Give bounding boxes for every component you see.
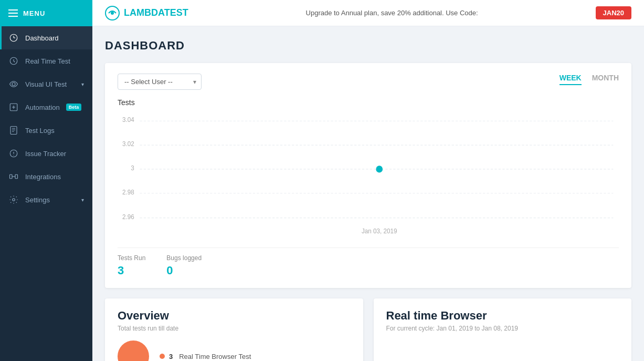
tests-run-label: Tests Run [118, 254, 145, 262]
overview-pie-chart [118, 341, 149, 361]
sidebar-item-settings[interactable]: Settings ▾ [0, 188, 92, 211]
sidebar-item-issuetracker[interactable]: Issue Tracker [0, 142, 92, 165]
issuetracker-icon [8, 148, 19, 159]
main-content: LAMBDATEST Upgrade to Annual plan, save … [92, 0, 644, 361]
chart-svg: 3.04 3.02 3 2.98 2.96 Jan 03, 2019 [118, 113, 619, 239]
svg-point-21 [376, 166, 383, 172]
sidebar-item-realtime[interactable]: Real Time Test [0, 49, 92, 73]
sidebar-item-integrations[interactable]: Integrations [0, 165, 92, 188]
overview-card: Overview Total tests run till date 3 Rea… [105, 298, 363, 361]
svg-text:2.96: 2.96 [122, 213, 134, 221]
legend-count-realtime: 3 [169, 353, 173, 360]
beta-badge: Beta [66, 104, 82, 111]
legend-item-realtime: 3 Real Time Browser Test [160, 353, 251, 360]
integrations-icon [8, 171, 19, 182]
chevron-down-icon-settings: ▾ [81, 197, 84, 203]
tests-run-stat: Tests Run 3 [118, 254, 145, 277]
sidebar-label-integrations: Integrations [25, 173, 61, 181]
stats-row: Tests Run 3 Bugs logged 0 [118, 247, 619, 277]
chart-card: -- Select User -- WEEK MONTH Tests 3.04 … [105, 63, 631, 288]
settings-icon [8, 194, 19, 205]
legend-dot-realtime [160, 354, 165, 359]
automation-icon [8, 102, 19, 112]
sidebar: MENU Dashboard Real Time Test Visual UI … [0, 0, 92, 361]
svg-point-2 [12, 82, 15, 86]
sidebar-label-realtime: Real Time Test [25, 57, 70, 65]
sidebar-label-issuetracker: Issue Tracker [25, 150, 66, 158]
svg-text:Jan 03, 2019: Jan 03, 2019 [362, 228, 397, 235]
svg-point-8 [13, 199, 15, 201]
sidebar-menu-toggle[interactable]: MENU [0, 0, 92, 26]
overview-chart: 3 Real Time Browser Test [118, 341, 351, 361]
svg-point-10 [111, 12, 114, 15]
bugs-logged-stat: Bugs logged 0 [166, 254, 202, 277]
tab-week[interactable]: WEEK [559, 74, 582, 85]
content-area: DASHBOARD -- Select User -- WEEK MONTH T… [92, 26, 644, 361]
sidebar-label-dashboard: Dashboard [25, 34, 59, 42]
legend-label-realtime: Real Time Browser Test [179, 353, 251, 360]
overview-legend: 3 Real Time Browser Test [160, 353, 251, 360]
sidebar-label-testlogs: Test Logs [25, 127, 55, 135]
logo-area: LAMBDATEST [105, 6, 188, 20]
svg-text:3.02: 3.02 [122, 140, 134, 148]
svg-text:3.04: 3.04 [122, 116, 134, 123]
sidebar-item-automation[interactable]: Automation Beta [0, 96, 92, 119]
bottom-row: Overview Total tests run till date 3 Rea… [105, 298, 631, 361]
realtime-icon [8, 56, 19, 66]
user-select[interactable]: -- Select User -- [118, 74, 202, 90]
chart-area: 3.04 3.02 3 2.98 2.96 Jan 03, 2019 [118, 113, 619, 239]
sidebar-item-testlogs[interactable]: Test Logs [0, 119, 92, 142]
upgrade-message: Upgrade to Annual plan, save 20% additio… [197, 9, 587, 17]
realtime-title: Real time Browser [386, 309, 619, 323]
sidebar-label-automation: Automation [25, 104, 60, 111]
svg-text:3: 3 [131, 164, 134, 172]
logo-text: LAMBDATEST [124, 7, 188, 18]
dashboard-icon [8, 33, 19, 43]
svg-text:2.98: 2.98 [122, 189, 134, 196]
svg-rect-4 [10, 127, 17, 135]
user-select-wrapper[interactable]: -- Select User -- [118, 74, 202, 90]
visual-icon [8, 79, 19, 89]
tests-run-value: 3 [118, 264, 145, 277]
bugs-logged-label: Bugs logged [166, 254, 202, 262]
svg-rect-6 [10, 174, 13, 179]
sidebar-item-visual[interactable]: Visual UI Test ▾ [0, 73, 92, 96]
chevron-down-icon: ▾ [81, 81, 84, 87]
chart-label: Tests [118, 98, 619, 107]
hamburger-icon [8, 9, 18, 17]
sidebar-item-dashboard[interactable]: Dashboard [0, 26, 92, 49]
promo-code-badge: JAN20 [596, 6, 631, 19]
bugs-logged-value: 0 [166, 264, 202, 277]
sidebar-label-settings: Settings [25, 196, 50, 204]
realtime-subtitle: For current cycle: Jan 01, 2019 to Jan 0… [386, 325, 619, 332]
testlogs-icon [8, 125, 19, 136]
realtime-card: Real time Browser For current cycle: Jan… [374, 298, 632, 361]
svg-rect-7 [15, 174, 18, 179]
overview-subtitle: Total tests run till date [118, 325, 351, 332]
topbar: LAMBDATEST Upgrade to Annual plan, save … [92, 0, 644, 26]
period-tabs: WEEK MONTH [559, 74, 619, 85]
menu-label: MENU [23, 9, 45, 17]
logo-icon [105, 6, 120, 20]
sidebar-label-visual: Visual UI Test [25, 80, 67, 88]
tab-month[interactable]: MONTH [592, 74, 619, 85]
page-title: DASHBOARD [105, 39, 631, 53]
chart-header: -- Select User -- WEEK MONTH [118, 74, 619, 90]
overview-title: Overview [118, 309, 351, 323]
